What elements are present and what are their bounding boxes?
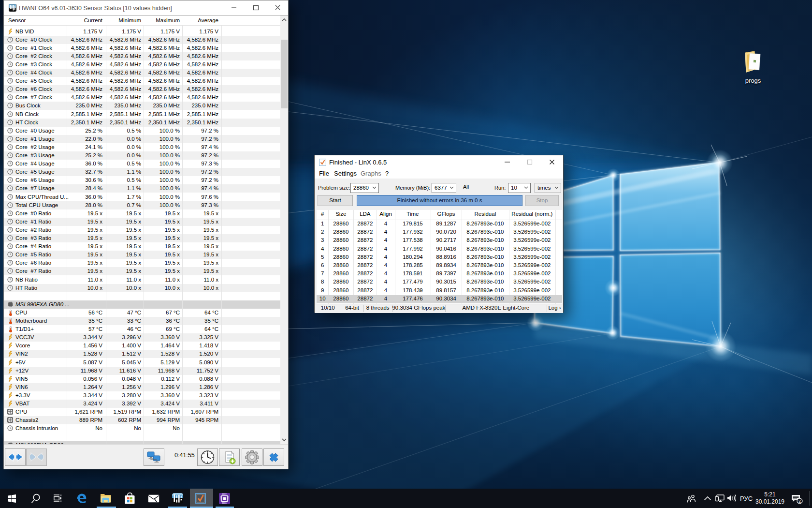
svg-text:2: 2 bbox=[798, 499, 801, 504]
